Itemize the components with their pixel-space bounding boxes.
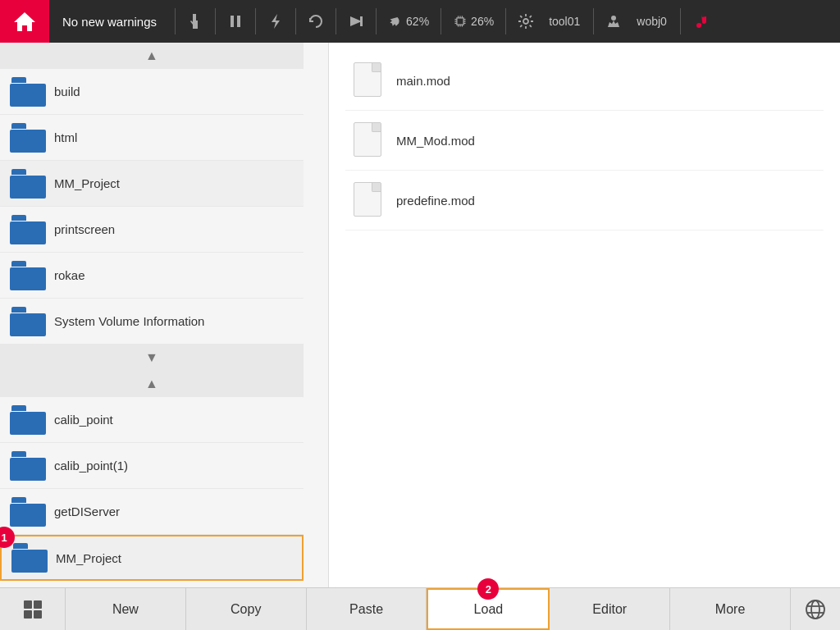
svg-rect-6 <box>457 18 463 25</box>
hand-icon[interactable] <box>180 7 210 36</box>
tree-item-calib-point[interactable]: calib_point <box>0 397 304 443</box>
run-stat: 62% <box>381 14 436 29</box>
separator <box>441 8 441 34</box>
more-button[interactable]: More <box>670 588 791 630</box>
home-button[interactable] <box>0 0 49 43</box>
file-name: predefine.mod <box>396 194 475 208</box>
separator <box>215 8 216 34</box>
file-tree: ▲ build html MM_Project printscreen r <box>0 43 304 630</box>
topbar: No new warnings 62% 26% tool01 wobj0 <box>0 0 840 43</box>
arrow-right-icon[interactable] <box>341 7 371 36</box>
svg-rect-1 <box>231 16 234 27</box>
tree-item-label: printscreen <box>54 222 115 236</box>
tree-item-mm-project-2[interactable]: 1 MM_Project <box>0 535 304 581</box>
svg-point-25 <box>806 600 824 619</box>
tree-item-label: rokae <box>54 268 85 282</box>
tree-item-label: MM_Project <box>54 176 120 190</box>
tree-item-html[interactable]: html <box>0 115 304 161</box>
tool-label: tool01 <box>541 15 588 28</box>
file-item-main-mod[interactable]: main.mod <box>345 51 824 111</box>
file-item-predefine-mod[interactable]: predefine.mod <box>345 171 824 231</box>
more-label: More <box>715 602 745 617</box>
separator <box>680 8 681 34</box>
tree-item-mm-project-1[interactable]: MM_Project <box>0 161 304 207</box>
tree-item-label: build <box>54 84 80 98</box>
svg-rect-2 <box>237 16 240 27</box>
tree-item-label: calib_point(1) <box>54 459 128 472</box>
load-button[interactable]: 2 Load <box>427 588 550 630</box>
load-label: Load <box>474 602 504 617</box>
tree-item-label: MM_Project <box>56 551 121 565</box>
new-button[interactable]: New <box>66 588 186 630</box>
svg-rect-24 <box>34 610 42 619</box>
step2-marker: 2 <box>477 578 499 600</box>
main-content: ▲ build html MM_Project printscreen r <box>0 43 840 630</box>
section1-collapse-btn[interactable]: ▲ <box>139 46 164 66</box>
separator <box>175 8 176 34</box>
file-item-mm-mod[interactable]: MM_Mod.mod <box>345 111 824 171</box>
left-panel: ▲ build html MM_Project printscreen r <box>0 43 328 630</box>
section-expand-btn[interactable]: ▼ <box>139 348 164 368</box>
tree-item-label: html <box>54 130 77 144</box>
cycle-icon[interactable] <box>301 7 331 36</box>
copy-button[interactable]: Copy <box>186 588 307 630</box>
pause-icon[interactable] <box>221 7 250 36</box>
tree-item-printscreen[interactable]: printscreen <box>0 207 304 253</box>
editor-label: Editor <box>592 602 627 617</box>
tree-item-build[interactable]: build <box>0 69 304 115</box>
file-name: MM_Mod.mod <box>396 134 475 148</box>
globe-button[interactable] <box>791 588 840 630</box>
robot-icon[interactable] <box>599 7 628 36</box>
tree-item-label: System Volume Information <box>54 314 204 328</box>
tree-item-sysinfo[interactable]: System Volume Information <box>0 299 304 345</box>
separator <box>336 8 336 34</box>
svg-point-20 <box>611 16 616 21</box>
copy-label: Copy <box>231 602 261 617</box>
file-name: main.mod <box>396 74 450 88</box>
new-label: New <box>112 602 139 617</box>
svg-marker-0 <box>14 12 35 31</box>
paste-label: Paste <box>349 602 383 617</box>
separator <box>593 8 594 34</box>
tree-item-getdiserver[interactable]: getDIServer <box>0 489 304 535</box>
svg-rect-22 <box>34 600 42 609</box>
section2-collapse-btn[interactable]: ▲ <box>139 374 164 394</box>
editor-button[interactable]: Editor <box>550 588 670 630</box>
paste-button[interactable]: Paste <box>307 588 427 630</box>
svg-rect-21 <box>24 600 32 609</box>
grid-view-button[interactable] <box>0 588 66 630</box>
tree-item-rokae-1[interactable]: rokae <box>0 253 304 299</box>
tree-item-label: calib_point <box>54 413 113 427</box>
bottombar: New Copy Paste 2 Load Editor More <box>0 587 840 630</box>
cpu-stat: 26% <box>446 14 500 29</box>
svg-point-19 <box>523 19 528 24</box>
warning-text: No new warnings <box>49 15 170 29</box>
separator <box>295 8 296 34</box>
svg-point-26 <box>811 600 819 619</box>
separator <box>376 8 377 34</box>
right-panel: main.mod MM_Mod.mod predefine.mod <box>328 43 840 630</box>
tree-item-calib-point-1[interactable]: calib_point(1) <box>0 443 304 489</box>
flash-icon[interactable] <box>261 7 290 36</box>
wobj-label: wobj0 <box>628 15 675 28</box>
settings-icon[interactable] <box>511 7 541 36</box>
separator <box>505 8 506 34</box>
svg-rect-5 <box>360 16 363 26</box>
svg-rect-23 <box>24 610 32 619</box>
svg-marker-3 <box>272 14 280 29</box>
svg-marker-4 <box>350 16 362 26</box>
music-icon[interactable] <box>686 7 715 36</box>
tree-item-label: getDIServer <box>54 504 120 518</box>
separator <box>255 8 256 34</box>
